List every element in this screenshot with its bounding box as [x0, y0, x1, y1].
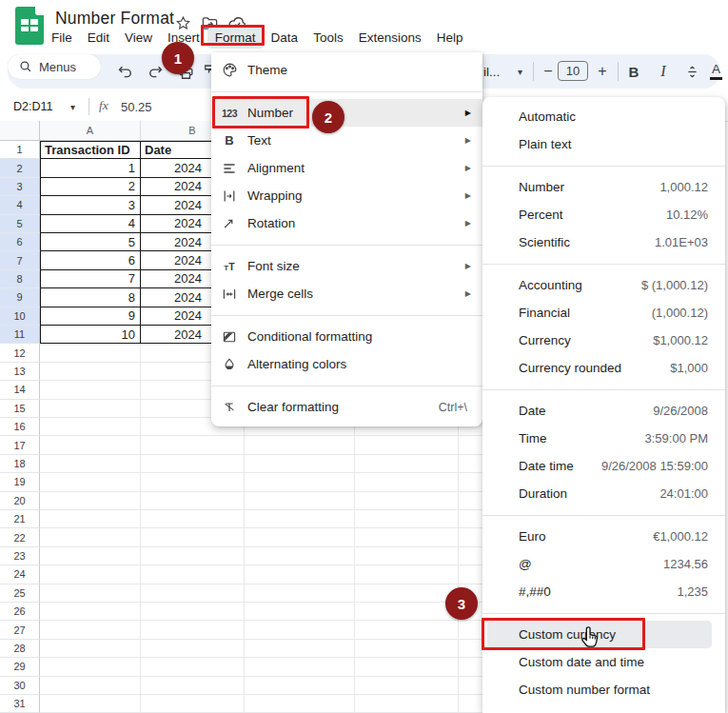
row-header-13[interactable]: 13: [0, 363, 40, 381]
cell-C28[interactable]: [245, 640, 355, 658]
cell-A4[interactable]: 3: [40, 196, 141, 214]
cell-A21[interactable]: [40, 510, 141, 528]
cell-D28[interactable]: [355, 640, 459, 658]
cell-A14[interactable]: [40, 381, 141, 399]
decrease-font-size-button[interactable]: −: [541, 62, 556, 81]
formula-input[interactable]: 50.25: [121, 100, 152, 114]
cell-A20[interactable]: [40, 492, 141, 510]
cell-A17[interactable]: [40, 436, 141, 454]
format-menu-item-alignment[interactable]: Alignment▶: [211, 154, 482, 182]
font-family-dropdown[interactable]: il...: [483, 62, 500, 81]
cell-D30[interactable]: [355, 677, 459, 695]
cell-B26[interactable]: [141, 603, 245, 621]
number-format-item-number[interactable]: Number1,000.12: [482, 173, 725, 201]
search-menus-button[interactable]: Menus: [8, 54, 101, 79]
number-format-item-custom-date-and-time[interactable]: Custom date and time: [482, 648, 725, 676]
cell-C24[interactable]: [245, 565, 355, 584]
menubar-item-edit[interactable]: Edit: [80, 28, 117, 49]
menubar-item-file[interactable]: File: [44, 28, 80, 49]
cell-A7[interactable]: 6: [40, 251, 141, 269]
row-header-22[interactable]: 22: [0, 528, 40, 546]
cell-D26[interactable]: [355, 603, 459, 621]
cell-A25[interactable]: [40, 584, 141, 603]
cell-A6[interactable]: 5: [40, 233, 141, 251]
cell-A8[interactable]: 7: [40, 270, 141, 288]
row-header-4[interactable]: 4: [0, 196, 40, 214]
row-header-1[interactable]: 1: [0, 141, 40, 159]
cell-B31[interactable]: [141, 695, 245, 713]
number-format-item-[interactable]: @1234.56: [482, 550, 725, 578]
cell-B20[interactable]: [141, 492, 245, 510]
row-header-27[interactable]: 27: [0, 621, 40, 639]
format-menu-item-clear-formatting[interactable]: Clear formattingCtrl+\: [211, 393, 482, 421]
cell-B18[interactable]: [141, 455, 245, 473]
row-header-30[interactable]: 30: [0, 677, 40, 695]
cell-A24[interactable]: [40, 565, 141, 584]
cell-A10[interactable]: 9: [40, 307, 141, 326]
cell-B17[interactable]: [141, 436, 245, 454]
cell-D20[interactable]: [355, 492, 459, 510]
format-menu-item-text[interactable]: BText▶: [211, 127, 482, 154]
row-header-20[interactable]: 20: [0, 492, 40, 510]
cell-C20[interactable]: [245, 492, 355, 510]
undo-icon[interactable]: [114, 62, 135, 81]
number-format-item-plain-text[interactable]: Plain text: [482, 130, 725, 158]
row-header-7[interactable]: 7: [0, 251, 40, 269]
row-header-2[interactable]: 2: [0, 159, 40, 177]
cell-D23[interactable]: [355, 547, 459, 565]
document-title[interactable]: Number Format: [55, 9, 174, 29]
number-format-item-0[interactable]: #,##01,235: [482, 578, 725, 605]
cell-C22[interactable]: [245, 528, 355, 546]
cell-D24[interactable]: [355, 565, 459, 584]
format-menu-item-rotation[interactable]: Rotation▶: [211, 209, 482, 237]
number-format-item-date[interactable]: Date9/26/2008: [482, 397, 725, 425]
format-menu-item-merge-cells[interactable]: Merge cells▶: [211, 280, 482, 307]
number-format-item-currency[interactable]: Currency$1,000.12: [482, 327, 725, 354]
row-header-21[interactable]: 21: [0, 510, 40, 528]
row-header-10[interactable]: 10: [0, 307, 40, 326]
row-header-5[interactable]: 5: [0, 215, 40, 233]
cell-B28[interactable]: [141, 640, 245, 658]
cell-A3[interactable]: 2: [40, 178, 141, 196]
menubar-item-tools[interactable]: Tools: [305, 28, 351, 49]
cell-A5[interactable]: 4: [40, 215, 141, 233]
row-header-12[interactable]: 12: [0, 344, 40, 362]
cell-D18[interactable]: [355, 455, 459, 473]
cell-C25[interactable]: [245, 584, 355, 603]
text-color-button[interactable]: A: [710, 61, 722, 80]
format-menu-item-theme[interactable]: Theme: [211, 56, 482, 84]
row-header-23[interactable]: 23: [0, 547, 40, 565]
cell-A2[interactable]: 1: [40, 159, 141, 177]
row-header-24[interactable]: 24: [0, 565, 40, 584]
cell-A19[interactable]: [40, 473, 141, 491]
number-format-item-financial[interactable]: Financial(1,000.12): [482, 299, 725, 327]
row-header-9[interactable]: 9: [0, 288, 40, 307]
increase-font-size-button[interactable]: +: [595, 62, 610, 81]
cell-A9[interactable]: 8: [40, 288, 141, 307]
cell-C31[interactable]: [245, 695, 355, 713]
cell-A18[interactable]: [40, 455, 141, 473]
cell-A23[interactable]: [40, 547, 141, 565]
row-header-16[interactable]: 16: [0, 418, 40, 436]
cell-C21[interactable]: [245, 510, 355, 528]
cell-D31[interactable]: [355, 695, 459, 713]
format-menu-item-font-size[interactable]: TTFont size▶: [211, 252, 482, 280]
cell-B23[interactable]: [141, 547, 245, 565]
cell-D29[interactable]: [355, 658, 459, 676]
menubar-item-extensions[interactable]: Extensions: [351, 28, 429, 49]
cell-A31[interactable]: [40, 695, 141, 713]
cell-A12[interactable]: [40, 344, 141, 362]
menubar-item-help[interactable]: Help: [429, 28, 471, 49]
column-header-a[interactable]: A: [40, 121, 141, 141]
select-all-corner[interactable]: [0, 121, 40, 141]
strikethrough-button[interactable]: [683, 62, 700, 81]
cell-D17[interactable]: [355, 436, 459, 454]
cell-C29[interactable]: [245, 658, 355, 676]
number-format-item-date-time[interactable]: Date time9/26/2008 15:59:00: [482, 452, 725, 480]
cell-A11[interactable]: 10: [40, 326, 141, 344]
cell-C17[interactable]: [245, 436, 355, 454]
number-format-item-time[interactable]: Time3:59:00 PM: [482, 425, 725, 452]
number-format-item-custom-number-format[interactable]: Custom number format: [482, 676, 725, 703]
format-menu-item-wrapping[interactable]: Wrapping▶: [211, 182, 482, 209]
cell-A13[interactable]: [40, 363, 141, 381]
